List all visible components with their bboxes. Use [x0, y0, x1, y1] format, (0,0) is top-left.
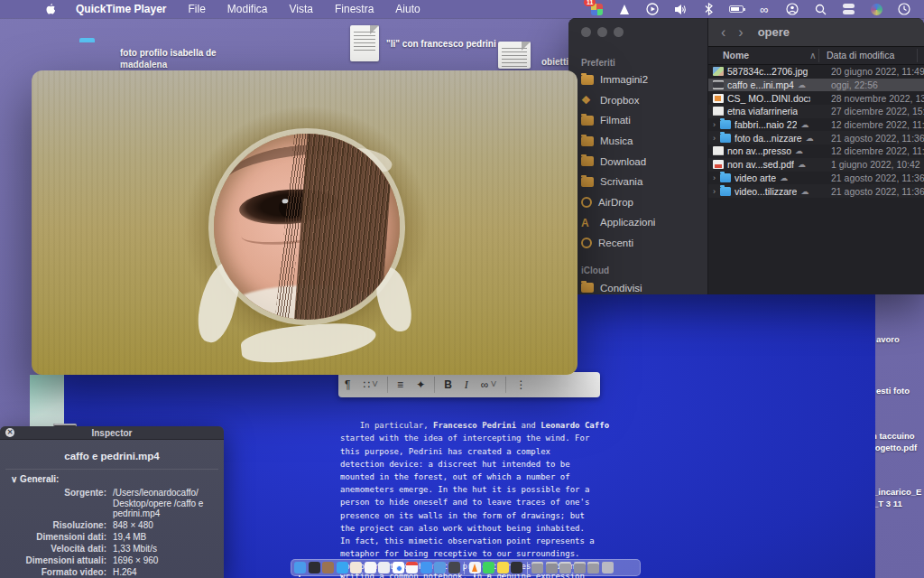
- dock-app-icon[interactable]: [393, 562, 404, 573]
- disclosure-triangle-icon[interactable]: ›: [713, 173, 720, 182]
- back-button[interactable]: ‹: [721, 24, 725, 41]
- dock-app-icon[interactable]: [546, 562, 558, 573]
- background-window-sliver[interactable]: [30, 375, 64, 432]
- file-date: 21 agosto 2022, 11:36: [831, 186, 924, 197]
- avatar-icon[interactable]: [869, 2, 883, 16]
- sparkle-button[interactable]: ✦: [410, 378, 431, 391]
- table-row[interactable]: CS_ MO...DINI.docx 28 novembre 2022, 13:…: [708, 91, 924, 105]
- dock-app-icon[interactable]: [406, 562, 418, 573]
- zoom-button[interactable]: [614, 27, 624, 37]
- close-icon[interactable]: ✕: [5, 428, 14, 437]
- inspector-label: Dimensioni attuali:: [0, 555, 106, 566]
- clock-icon[interactable]: [897, 2, 911, 16]
- desktop-label-incarico[interactable]: _incarico_E _T 3 11: [873, 486, 921, 509]
- dock-app-icon[interactable]: [309, 562, 320, 573]
- document-text[interactable]: In particular, Francesco Pedrini and Leo…: [340, 406, 611, 578]
- dock-app-icon[interactable]: [378, 562, 390, 573]
- dock-app-icon[interactable]: [469, 562, 481, 573]
- column-header-name[interactable]: Nome: [723, 50, 749, 61]
- app-notification-icon[interactable]: 11: [589, 2, 604, 16]
- inspector-section-general[interactable]: ∨ Generali:: [11, 474, 224, 484]
- menu-item[interactable]: Finestra: [335, 3, 374, 15]
- dock-app-icon[interactable]: [497, 562, 509, 573]
- bold-button[interactable]: B: [438, 378, 458, 391]
- sidebar-item[interactable]: Recenti: [568, 233, 707, 254]
- disclosure-triangle-icon[interactable]: ›: [713, 134, 720, 143]
- dock-app-icon[interactable]: [574, 562, 586, 573]
- column-header-date[interactable]: Data di modifica: [827, 50, 894, 61]
- table-row[interactable]: 587834c...2706.jpg 20 giugno 2022, 11:49: [708, 65, 924, 79]
- dock-app-icon[interactable]: [448, 562, 460, 573]
- desktop-label-taccuino[interactable]: n taccuino rogetto.pdf: [872, 430, 917, 453]
- dock-app-icon[interactable]: [350, 562, 362, 573]
- search-icon[interactable]: [813, 2, 827, 16]
- dock-app-icon[interactable]: [294, 562, 306, 573]
- quicktime-video-window[interactable]: [32, 70, 578, 375]
- desktop-icon-label[interactable]: "li" con francesco pedrini: [386, 38, 496, 50]
- disclosure-triangle-icon[interactable]: ›: [713, 187, 720, 196]
- desktop-label-esti-foto[interactable]: esti foto: [876, 385, 910, 396]
- menu-item[interactable]: File: [189, 3, 206, 15]
- desktop-icon-label[interactable]: foto profilo isabella de maddalena: [120, 47, 217, 70]
- sidebar-item[interactable]: AirDrop: [568, 192, 707, 213]
- play-circle-icon[interactable]: [645, 2, 660, 16]
- control-center-icon[interactable]: [841, 2, 855, 16]
- dock-app-icon[interactable]: [527, 562, 528, 574]
- table-row[interactable]: › video...tilizzare ☁ 21 agosto 2022, 11…: [708, 184, 924, 198]
- vlc-menu-icon[interactable]: [617, 2, 632, 16]
- menu-item[interactable]: Modifica: [227, 3, 268, 15]
- minimize-button[interactable]: [597, 27, 607, 37]
- bluetooth-icon[interactable]: [701, 2, 716, 16]
- grid-options-button[interactable]: ∷˅: [356, 378, 384, 391]
- table-row[interactable]: › video arte ☁ 21 agosto 2022, 11:36: [708, 172, 924, 185]
- desktop-label-lavoro[interactable]: avoro: [876, 333, 900, 345]
- sidebar-item[interactable]: Scrivania: [568, 172, 707, 192]
- dock-app-icon[interactable]: [602, 562, 614, 573]
- align-button[interactable]: ≡: [391, 378, 410, 391]
- link-icon[interactable]: ∞: [757, 2, 772, 16]
- menu-item[interactable]: Vista: [290, 3, 313, 15]
- user-account-icon[interactable]: [785, 2, 799, 16]
- link-button[interactable]: ∞˅: [475, 378, 504, 391]
- desktop-icon-doc-li[interactable]: [350, 25, 379, 61]
- table-row[interactable]: caffo e...ini.mp4 ☁ oggi, 22:56: [708, 79, 924, 92]
- table-row[interactable]: non av...sed.pdf ☁ 1 giugno 2022, 10:42: [708, 158, 924, 172]
- sidebar-item[interactable]: Download: [568, 151, 707, 172]
- menu-item[interactable]: Aiuto: [395, 3, 420, 15]
- volume-icon[interactable]: [673, 2, 688, 16]
- sidebar-item[interactable]: A Applicazioni: [568, 212, 707, 233]
- apple-menu-icon[interactable]: [45, 3, 56, 15]
- dock-app-icon[interactable]: [531, 562, 543, 573]
- dock-app-icon[interactable]: [559, 562, 571, 573]
- dock-app-icon[interactable]: [337, 562, 348, 573]
- table-row[interactable]: non av...presso ☁ 12 dicembre 2022, 11:1…: [708, 144, 924, 158]
- forward-button[interactable]: ›: [738, 24, 743, 41]
- disclosure-triangle-icon[interactable]: ›: [713, 120, 720, 129]
- table-row[interactable]: etna viafarrineria 27 dicembre 2022, 15:…: [708, 105, 924, 118]
- table-row[interactable]: › fabbri...naio 22 ☁ 12 dicembre 2022, 1…: [708, 118, 924, 132]
- dock-app-icon[interactable]: [587, 562, 599, 573]
- dock-app-icon[interactable]: [464, 562, 465, 574]
- file-name: fabbri...naio 22: [735, 119, 797, 130]
- inspector-value: 1,33 Mbit/s: [113, 544, 157, 555]
- dock-app-icon[interactable]: [322, 562, 334, 573]
- close-button[interactable]: [581, 27, 591, 37]
- sidebar-item[interactable]: Filmati: [568, 110, 707, 131]
- table-row[interactable]: › foto da...nizzare ☁ 21 agosto 2022, 11…: [708, 131, 924, 144]
- sidebar-item[interactable]: Musica: [568, 131, 707, 152]
- more-options-button[interactable]: ⋮: [509, 378, 532, 391]
- dock-app-icon[interactable]: [365, 562, 376, 573]
- paragraph-button[interactable]: ¶: [338, 378, 356, 391]
- active-app-title[interactable]: QuickTime Player: [76, 3, 167, 15]
- dock-app-icon[interactable]: [434, 562, 446, 573]
- italic-button[interactable]: I: [458, 378, 475, 392]
- dock-app-icon[interactable]: [511, 562, 522, 573]
- file-type-icon: [713, 67, 724, 76]
- dock-app-icon[interactable]: [420, 562, 432, 573]
- sidebar-item[interactable]: Immagini2: [568, 70, 707, 90]
- dock-app-icon[interactable]: [483, 562, 494, 573]
- sidebar-item[interactable]: Condivisi: [568, 277, 707, 294]
- desktop-icon-doc-obiettivi[interactable]: [498, 42, 531, 69]
- battery-icon[interactable]: [729, 2, 744, 16]
- sidebar-item[interactable]: ❖ Dropbox: [568, 90, 707, 111]
